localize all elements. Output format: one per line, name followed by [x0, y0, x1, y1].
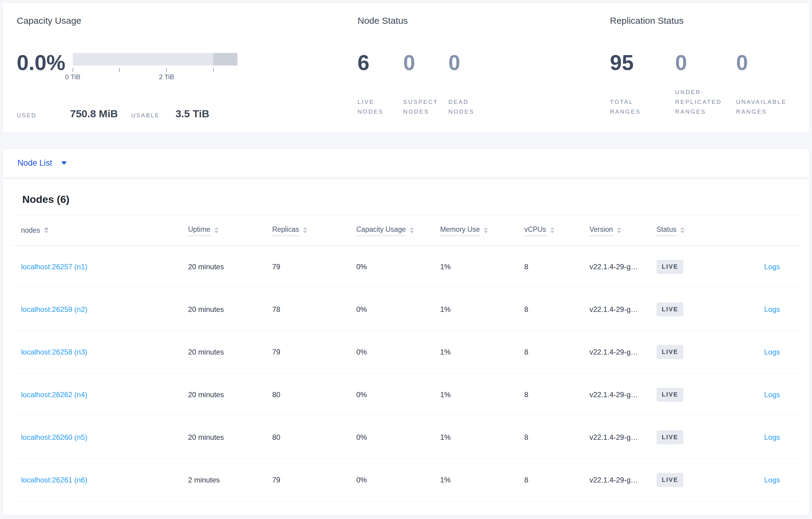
column-header-version[interactable]: Version: [589, 225, 657, 236]
column-header-capacity[interactable]: Capacity Usage: [356, 225, 440, 236]
logs-cell: Logs: [728, 391, 800, 399]
version-cell: v22.1.4-29-g…: [589, 305, 657, 314]
node-list-dropdown[interactable]: Node List: [18, 158, 67, 168]
logs-link[interactable]: Logs: [764, 433, 780, 441]
replication-stat-value: 95: [610, 52, 675, 73]
column-header-status[interactable]: Status: [657, 225, 728, 236]
uptime-cell: 2 minutes: [188, 476, 272, 484]
version-cell: v22.1.4-29-g…: [589, 263, 657, 271]
logs-link[interactable]: Logs: [764, 348, 780, 356]
vcpus-cell: 8: [524, 305, 589, 314]
column-header-memory[interactable]: Memory Use: [440, 225, 524, 236]
node-link[interactable]: localhost:26261 (n6): [21, 476, 87, 484]
capacity-axis-labels: 0 TiB2 TiB: [73, 73, 237, 82]
capacity-percent: 0.0%: [17, 52, 65, 73]
sort-asc-icon: [214, 227, 219, 230]
logs-link[interactable]: Logs: [764, 476, 780, 484]
node-cell: localhost:26259 (n2): [12, 305, 188, 314]
nodes-table: nodesUptimeReplicasCapacity UsageMemory …: [12, 215, 800, 501]
column-header-vcpus[interactable]: vCPUs: [524, 225, 589, 236]
sort-icon: [214, 227, 219, 233]
node-cell: localhost:26261 (n6): [12, 476, 188, 484]
version-cell: v22.1.4-29-g…: [589, 433, 657, 441]
capacity-bar-chart: 0 TiB2 TiB: [73, 53, 237, 82]
status-cell: LIVE: [657, 430, 728, 445]
replication-stat-value: 0: [675, 52, 736, 73]
usable-value: 3.5 TiB: [176, 108, 209, 120]
table-row: localhost:26257 (n1)20 minutes790%1%8v22…: [12, 245, 800, 288]
logs-cell: Logs: [728, 433, 800, 441]
sort-asc-icon: [44, 227, 49, 230]
capacity-usage-summary: USED 750.8 MiB USABLE 3.5 TiB: [17, 108, 357, 120]
memory-use-cell: 1%: [440, 476, 524, 484]
status-badge: LIVE: [657, 302, 684, 316]
capacity-usage-cell: 0%: [356, 348, 440, 356]
sort-icon: [617, 227, 621, 233]
node-stat-value: 6: [357, 52, 403, 73]
cluster-summary-card: Capacity Usage 0.0% 0 TiB2 TiB USED 750.…: [2, 2, 810, 133]
node-link[interactable]: localhost:26258 (n3): [21, 348, 87, 356]
logs-cell: Logs: [728, 263, 800, 271]
status-cell: LIVE: [657, 473, 728, 487]
capacity-usage-cell: 0%: [356, 263, 440, 271]
column-header-label: Memory Use: [440, 225, 480, 236]
replicas-cell: 79: [272, 263, 356, 271]
memory-use-cell: 1%: [440, 433, 524, 441]
column-header-uptime[interactable]: Uptime: [188, 225, 272, 236]
node-list-dropdown-label: Node List: [18, 158, 52, 168]
status-cell: LIVE: [657, 260, 728, 274]
sort-asc-icon: [550, 227, 554, 230]
sort-icon: [410, 227, 414, 233]
logs-cell: Logs: [728, 348, 800, 356]
status-cell: LIVE: [657, 302, 728, 316]
version-cell: v22.1.4-29-g…: [589, 348, 657, 356]
capacity-usage-cell: 0%: [356, 433, 440, 441]
used-value: 750.8 MiB: [70, 108, 118, 120]
replicas-cell: 80: [272, 391, 356, 399]
table-row: localhost:26260 (n5)20 minutes800%1%8v22…: [12, 416, 800, 459]
used-label: USED: [17, 112, 36, 119]
axis-tick: [213, 68, 214, 72]
sort-icon: [550, 227, 554, 233]
logs-link[interactable]: Logs: [764, 305, 780, 313]
sort-desc-icon: [303, 231, 307, 233]
capacity-usage-cell: 0%: [356, 305, 440, 314]
table-row: localhost:26261 (n6)2 minutes790%1%8v22.…: [12, 459, 800, 501]
sort-desc-icon: [214, 231, 219, 233]
node-status-labels: LIVE NODESSUSPECT NODESDEAD NODES: [357, 87, 610, 117]
logs-link[interactable]: Logs: [764, 263, 780, 271]
node-cell: localhost:26258 (n3): [12, 348, 188, 356]
logs-link[interactable]: Logs: [764, 391, 780, 399]
replication-status-labels: TOTAL RANGESUNDER-REPLICATED RANGESUNAVA…: [610, 87, 809, 117]
usable-label: USABLE: [132, 112, 160, 119]
node-status-values: 600: [357, 52, 610, 73]
capacity-bar: [73, 53, 237, 65]
node-link[interactable]: localhost:26259 (n2): [21, 305, 87, 313]
capacity-usage-title: Capacity Usage: [17, 14, 357, 27]
sort-asc-icon: [303, 227, 307, 230]
node-list-bar: Node List: [2, 148, 810, 178]
version-cell: v22.1.4-29-g…: [589, 476, 657, 484]
replication-stat-label: TOTAL RANGES: [610, 97, 641, 117]
sort-icon: [44, 227, 49, 233]
capacity-usage-section: Capacity Usage 0.0% 0 TiB2 TiB USED 750.…: [17, 3, 357, 133]
uptime-cell: 20 minutes: [188, 433, 272, 441]
sort-desc-icon: [484, 231, 488, 233]
vcpus-cell: 8: [524, 391, 589, 399]
column-header-replicas[interactable]: Replicas: [272, 225, 356, 236]
column-header-node[interactable]: nodes: [12, 226, 188, 235]
node-link[interactable]: localhost:26262 (n4): [21, 391, 87, 399]
node-link[interactable]: localhost:26260 (n5): [21, 433, 87, 441]
capacity-bar-dark-segment: [213, 53, 237, 65]
nodes-card: Nodes (6) nodesUptimeReplicasCapacity Us…: [2, 179, 810, 515]
table-header-row: nodesUptimeReplicasCapacity UsageMemory …: [12, 215, 800, 245]
replication-stat-value: 0: [736, 52, 809, 73]
node-link[interactable]: localhost:26257 (n1): [21, 263, 87, 271]
replicas-cell: 80: [272, 433, 356, 441]
column-header-label: nodes: [21, 226, 40, 235]
column-header-label: Version: [589, 225, 613, 236]
sort-desc-icon: [617, 231, 621, 233]
column-header-label: Status: [657, 225, 676, 236]
axis-tick: [72, 68, 73, 72]
axis-tick: [166, 68, 167, 72]
